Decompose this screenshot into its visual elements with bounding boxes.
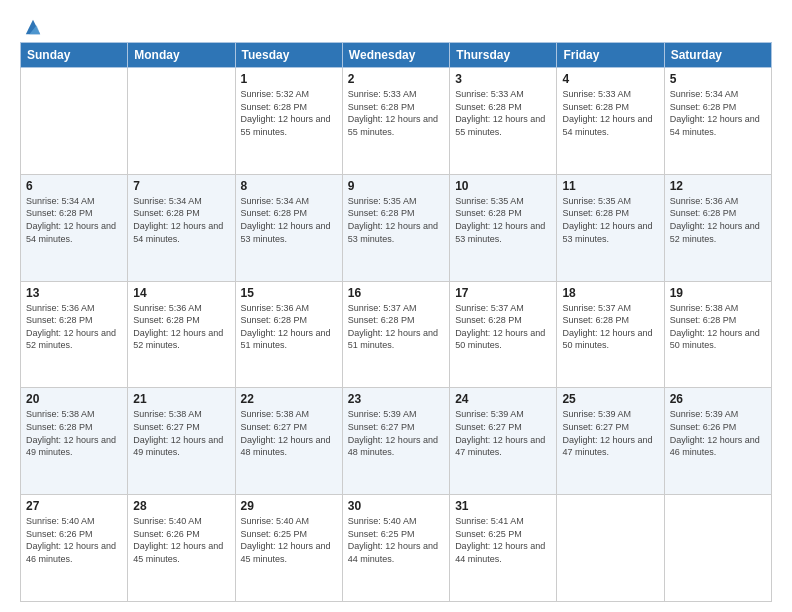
calendar-cell bbox=[664, 495, 771, 602]
day-info: Sunrise: 5:40 AM Sunset: 6:26 PM Dayligh… bbox=[26, 515, 122, 565]
calendar-cell bbox=[21, 68, 128, 175]
day-number: 9 bbox=[348, 179, 444, 193]
day-info: Sunrise: 5:33 AM Sunset: 6:28 PM Dayligh… bbox=[348, 88, 444, 138]
day-info: Sunrise: 5:38 AM Sunset: 6:27 PM Dayligh… bbox=[133, 408, 229, 458]
day-number: 13 bbox=[26, 286, 122, 300]
day-of-week-header: Friday bbox=[557, 43, 664, 68]
day-info: Sunrise: 5:34 AM Sunset: 6:28 PM Dayligh… bbox=[670, 88, 766, 138]
day-number: 6 bbox=[26, 179, 122, 193]
day-number: 22 bbox=[241, 392, 337, 406]
calendar-cell: 18Sunrise: 5:37 AM Sunset: 6:28 PM Dayli… bbox=[557, 281, 664, 388]
day-info: Sunrise: 5:39 AM Sunset: 6:27 PM Dayligh… bbox=[455, 408, 551, 458]
calendar-cell: 30Sunrise: 5:40 AM Sunset: 6:25 PM Dayli… bbox=[342, 495, 449, 602]
day-info: Sunrise: 5:39 AM Sunset: 6:26 PM Dayligh… bbox=[670, 408, 766, 458]
day-of-week-header: Wednesday bbox=[342, 43, 449, 68]
calendar-cell: 22Sunrise: 5:38 AM Sunset: 6:27 PM Dayli… bbox=[235, 388, 342, 495]
day-number: 10 bbox=[455, 179, 551, 193]
day-info: Sunrise: 5:40 AM Sunset: 6:25 PM Dayligh… bbox=[348, 515, 444, 565]
day-number: 20 bbox=[26, 392, 122, 406]
calendar-week-row: 27Sunrise: 5:40 AM Sunset: 6:26 PM Dayli… bbox=[21, 495, 772, 602]
day-number: 1 bbox=[241, 72, 337, 86]
day-of-week-header: Saturday bbox=[664, 43, 771, 68]
calendar-cell: 23Sunrise: 5:39 AM Sunset: 6:27 PM Dayli… bbox=[342, 388, 449, 495]
day-number: 19 bbox=[670, 286, 766, 300]
day-info: Sunrise: 5:34 AM Sunset: 6:28 PM Dayligh… bbox=[26, 195, 122, 245]
day-info: Sunrise: 5:40 AM Sunset: 6:25 PM Dayligh… bbox=[241, 515, 337, 565]
day-number: 30 bbox=[348, 499, 444, 513]
calendar-cell: 5Sunrise: 5:34 AM Sunset: 6:28 PM Daylig… bbox=[664, 68, 771, 175]
day-info: Sunrise: 5:33 AM Sunset: 6:28 PM Dayligh… bbox=[455, 88, 551, 138]
calendar-cell: 11Sunrise: 5:35 AM Sunset: 6:28 PM Dayli… bbox=[557, 174, 664, 281]
day-info: Sunrise: 5:37 AM Sunset: 6:28 PM Dayligh… bbox=[348, 302, 444, 352]
day-info: Sunrise: 5:37 AM Sunset: 6:28 PM Dayligh… bbox=[455, 302, 551, 352]
day-info: Sunrise: 5:35 AM Sunset: 6:28 PM Dayligh… bbox=[348, 195, 444, 245]
calendar-cell: 14Sunrise: 5:36 AM Sunset: 6:28 PM Dayli… bbox=[128, 281, 235, 388]
calendar-cell: 26Sunrise: 5:39 AM Sunset: 6:26 PM Dayli… bbox=[664, 388, 771, 495]
day-info: Sunrise: 5:33 AM Sunset: 6:28 PM Dayligh… bbox=[562, 88, 658, 138]
day-number: 25 bbox=[562, 392, 658, 406]
logo bbox=[20, 18, 42, 32]
day-number: 23 bbox=[348, 392, 444, 406]
calendar: SundayMondayTuesdayWednesdayThursdayFrid… bbox=[20, 42, 772, 602]
calendar-cell: 8Sunrise: 5:34 AM Sunset: 6:28 PM Daylig… bbox=[235, 174, 342, 281]
header bbox=[20, 18, 772, 32]
day-info: Sunrise: 5:39 AM Sunset: 6:27 PM Dayligh… bbox=[562, 408, 658, 458]
calendar-cell: 10Sunrise: 5:35 AM Sunset: 6:28 PM Dayli… bbox=[450, 174, 557, 281]
day-number: 8 bbox=[241, 179, 337, 193]
day-number: 3 bbox=[455, 72, 551, 86]
calendar-week-row: 1Sunrise: 5:32 AM Sunset: 6:28 PM Daylig… bbox=[21, 68, 772, 175]
calendar-cell: 19Sunrise: 5:38 AM Sunset: 6:28 PM Dayli… bbox=[664, 281, 771, 388]
day-info: Sunrise: 5:35 AM Sunset: 6:28 PM Dayligh… bbox=[562, 195, 658, 245]
day-number: 15 bbox=[241, 286, 337, 300]
calendar-cell: 12Sunrise: 5:36 AM Sunset: 6:28 PM Dayli… bbox=[664, 174, 771, 281]
calendar-cell: 2Sunrise: 5:33 AM Sunset: 6:28 PM Daylig… bbox=[342, 68, 449, 175]
calendar-cell: 20Sunrise: 5:38 AM Sunset: 6:28 PM Dayli… bbox=[21, 388, 128, 495]
day-number: 16 bbox=[348, 286, 444, 300]
calendar-cell: 31Sunrise: 5:41 AM Sunset: 6:25 PM Dayli… bbox=[450, 495, 557, 602]
calendar-week-row: 20Sunrise: 5:38 AM Sunset: 6:28 PM Dayli… bbox=[21, 388, 772, 495]
day-of-week-header: Monday bbox=[128, 43, 235, 68]
day-info: Sunrise: 5:37 AM Sunset: 6:28 PM Dayligh… bbox=[562, 302, 658, 352]
day-number: 7 bbox=[133, 179, 229, 193]
day-info: Sunrise: 5:32 AM Sunset: 6:28 PM Dayligh… bbox=[241, 88, 337, 138]
day-info: Sunrise: 5:35 AM Sunset: 6:28 PM Dayligh… bbox=[455, 195, 551, 245]
day-number: 4 bbox=[562, 72, 658, 86]
day-of-week-header: Sunday bbox=[21, 43, 128, 68]
day-info: Sunrise: 5:34 AM Sunset: 6:28 PM Dayligh… bbox=[133, 195, 229, 245]
day-number: 14 bbox=[133, 286, 229, 300]
calendar-cell bbox=[128, 68, 235, 175]
day-number: 5 bbox=[670, 72, 766, 86]
calendar-cell: 9Sunrise: 5:35 AM Sunset: 6:28 PM Daylig… bbox=[342, 174, 449, 281]
day-info: Sunrise: 5:41 AM Sunset: 6:25 PM Dayligh… bbox=[455, 515, 551, 565]
calendar-cell: 6Sunrise: 5:34 AM Sunset: 6:28 PM Daylig… bbox=[21, 174, 128, 281]
day-info: Sunrise: 5:34 AM Sunset: 6:28 PM Dayligh… bbox=[241, 195, 337, 245]
calendar-cell: 15Sunrise: 5:36 AM Sunset: 6:28 PM Dayli… bbox=[235, 281, 342, 388]
calendar-cell: 29Sunrise: 5:40 AM Sunset: 6:25 PM Dayli… bbox=[235, 495, 342, 602]
day-info: Sunrise: 5:36 AM Sunset: 6:28 PM Dayligh… bbox=[133, 302, 229, 352]
day-number: 18 bbox=[562, 286, 658, 300]
calendar-week-row: 6Sunrise: 5:34 AM Sunset: 6:28 PM Daylig… bbox=[21, 174, 772, 281]
calendar-cell: 28Sunrise: 5:40 AM Sunset: 6:26 PM Dayli… bbox=[128, 495, 235, 602]
day-number: 12 bbox=[670, 179, 766, 193]
day-header-row: SundayMondayTuesdayWednesdayThursdayFrid… bbox=[21, 43, 772, 68]
page: SundayMondayTuesdayWednesdayThursdayFrid… bbox=[0, 0, 792, 612]
calendar-cell: 13Sunrise: 5:36 AM Sunset: 6:28 PM Dayli… bbox=[21, 281, 128, 388]
calendar-cell: 7Sunrise: 5:34 AM Sunset: 6:28 PM Daylig… bbox=[128, 174, 235, 281]
day-of-week-header: Thursday bbox=[450, 43, 557, 68]
calendar-cell bbox=[557, 495, 664, 602]
day-number: 11 bbox=[562, 179, 658, 193]
day-info: Sunrise: 5:36 AM Sunset: 6:28 PM Dayligh… bbox=[670, 195, 766, 245]
day-number: 21 bbox=[133, 392, 229, 406]
day-number: 29 bbox=[241, 499, 337, 513]
day-info: Sunrise: 5:38 AM Sunset: 6:27 PM Dayligh… bbox=[241, 408, 337, 458]
logo-icon bbox=[24, 18, 42, 36]
day-number: 2 bbox=[348, 72, 444, 86]
calendar-cell: 4Sunrise: 5:33 AM Sunset: 6:28 PM Daylig… bbox=[557, 68, 664, 175]
day-number: 28 bbox=[133, 499, 229, 513]
day-number: 26 bbox=[670, 392, 766, 406]
day-number: 31 bbox=[455, 499, 551, 513]
day-info: Sunrise: 5:36 AM Sunset: 6:28 PM Dayligh… bbox=[26, 302, 122, 352]
calendar-cell: 21Sunrise: 5:38 AM Sunset: 6:27 PM Dayli… bbox=[128, 388, 235, 495]
calendar-cell: 1Sunrise: 5:32 AM Sunset: 6:28 PM Daylig… bbox=[235, 68, 342, 175]
day-info: Sunrise: 5:40 AM Sunset: 6:26 PM Dayligh… bbox=[133, 515, 229, 565]
